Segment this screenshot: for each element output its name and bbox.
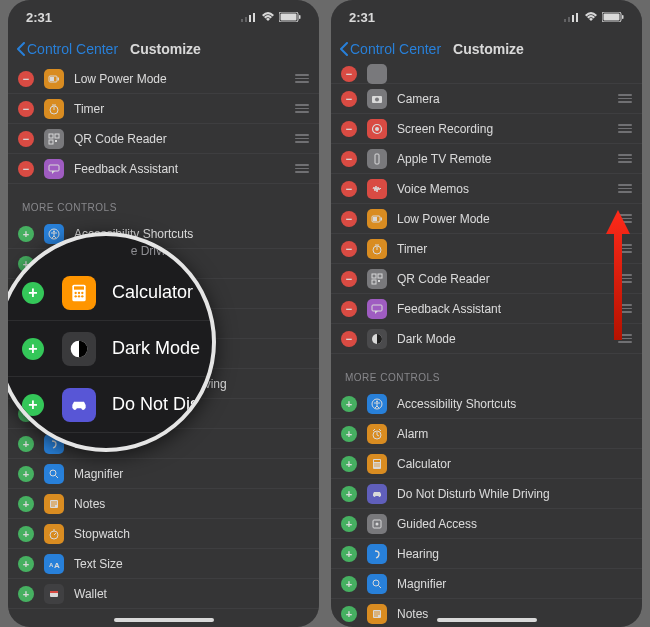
svg-rect-70 [378, 280, 380, 282]
add-button[interactable]: + [18, 556, 34, 572]
remove-button[interactable]: − [341, 301, 357, 317]
svg-rect-71 [372, 305, 382, 311]
remove-button[interactable]: − [18, 71, 34, 87]
zoom-list-item[interactable]: +Dark Mode [8, 321, 212, 377]
svg-point-85 [379, 495, 381, 497]
list-item[interactable]: +Notes [331, 599, 642, 627]
battery-icon [367, 209, 387, 229]
add-button[interactable]: + [341, 516, 357, 532]
list-item[interactable]: −Timer [331, 234, 642, 264]
magnifier-icon [44, 464, 64, 484]
list-item[interactable]: − [331, 64, 642, 84]
notes-icon [367, 604, 387, 624]
list-item[interactable]: −Voice Memos [331, 174, 642, 204]
drag-handle-icon[interactable] [616, 244, 632, 253]
remove-button[interactable]: − [341, 66, 357, 82]
drag-handle-icon[interactable] [616, 184, 632, 193]
list-item[interactable]: −QR Code Reader [331, 264, 642, 294]
text-icon: AA [44, 554, 64, 574]
list-item[interactable]: −Apple TV Remote [331, 144, 642, 174]
list-item[interactable]: +Hearing [331, 539, 642, 569]
list-item[interactable]: −Camera [331, 84, 642, 114]
chevron-left-icon [339, 42, 348, 56]
list-item[interactable]: +Notes [8, 489, 319, 519]
svg-point-61 [375, 127, 379, 131]
back-button[interactable]: Control Center [16, 41, 118, 57]
list-item[interactable]: +Guided Access [331, 509, 642, 539]
add-button[interactable]: + [22, 338, 44, 360]
remove-button[interactable]: − [341, 151, 357, 167]
list-item[interactable]: +Stopwatch [8, 519, 319, 549]
add-button[interactable]: + [341, 546, 357, 562]
row-label: Feedback Assistant [74, 162, 293, 176]
home-indicator[interactable] [437, 618, 537, 622]
list-item[interactable]: +Alarm [331, 419, 642, 449]
drag-handle-icon[interactable] [616, 304, 632, 313]
remove-button[interactable]: − [341, 91, 357, 107]
row-label: Low Power Mode [74, 72, 293, 86]
status-bar: 2:31 [331, 0, 642, 34]
remove-button[interactable]: − [18, 161, 34, 177]
add-button[interactable]: + [18, 226, 34, 242]
drag-handle-icon[interactable] [293, 134, 309, 143]
remove-button[interactable]: − [341, 181, 357, 197]
list-item[interactable]: +Wallet [8, 579, 319, 609]
drag-handle-icon[interactable] [616, 214, 632, 223]
add-button[interactable]: + [341, 396, 357, 412]
add-button[interactable]: + [18, 526, 34, 542]
add-button[interactable]: + [18, 496, 34, 512]
add-button[interactable]: + [341, 486, 357, 502]
add-button[interactable]: + [22, 282, 44, 304]
remove-button[interactable]: − [341, 211, 357, 227]
remove-button[interactable]: − [18, 101, 34, 117]
add-button[interactable]: + [18, 586, 34, 602]
list-item[interactable]: +Calculator [331, 449, 642, 479]
nav-title: Customize [130, 41, 201, 57]
remove-button[interactable]: − [18, 131, 34, 147]
add-button[interactable]: + [341, 426, 357, 442]
list-item[interactable]: +AAText Size [8, 549, 319, 579]
zoom-list-item[interactable]: +Calculator [8, 265, 212, 321]
list-item[interactable]: +Do Not Disturb While Driving [331, 479, 642, 509]
add-button[interactable]: + [18, 436, 34, 452]
svg-point-78 [374, 463, 375, 464]
add-button[interactable]: + [341, 456, 357, 472]
row-label: QR Code Reader [397, 272, 616, 286]
drag-handle-icon[interactable] [616, 124, 632, 133]
home-indicator[interactable] [114, 618, 214, 622]
add-button[interactable]: + [341, 606, 357, 622]
list-item[interactable]: +Magnifier [8, 459, 319, 489]
row-label: Do Not Disturb While Driving [397, 487, 632, 501]
svg-rect-3 [253, 13, 255, 22]
drag-handle-icon[interactable] [616, 334, 632, 343]
list-item[interactable]: −Low Power Mode [331, 204, 642, 234]
list-item[interactable]: −Low Power Mode [8, 64, 319, 94]
add-button[interactable]: + [341, 576, 357, 592]
svg-rect-53 [572, 15, 574, 22]
add-button[interactable]: + [18, 466, 34, 482]
right-scroll[interactable]: − −Camera−Screen Recording−Apple TV Remo… [331, 64, 642, 627]
list-item[interactable]: −Dark Mode [331, 324, 642, 354]
list-item[interactable]: −QR Code Reader [8, 124, 319, 154]
drag-handle-icon[interactable] [616, 94, 632, 103]
back-button[interactable]: Control Center [339, 41, 441, 57]
drag-handle-icon[interactable] [616, 154, 632, 163]
list-item[interactable]: +Accessibility Shortcuts [331, 389, 642, 419]
remove-button[interactable]: − [341, 271, 357, 287]
row-label: Magnifier [74, 467, 309, 481]
list-item[interactable]: −Screen Recording [331, 114, 642, 144]
list-item[interactable]: −Feedback Assistant [8, 154, 319, 184]
add-button[interactable]: + [22, 394, 44, 416]
list-item[interactable]: −Feedback Assistant [331, 294, 642, 324]
list-item[interactable]: +Magnifier [331, 569, 642, 599]
drag-handle-icon[interactable] [293, 104, 309, 113]
list-item[interactable]: −Timer [8, 94, 319, 124]
drag-handle-icon[interactable] [293, 164, 309, 173]
right-phone: 2:31 Control Center Customize − −Camera−… [331, 0, 642, 627]
wifi-icon [584, 12, 598, 22]
drag-handle-icon[interactable] [293, 74, 309, 83]
remove-button[interactable]: − [341, 241, 357, 257]
remove-button[interactable]: − [341, 121, 357, 137]
remove-button[interactable]: − [341, 331, 357, 347]
drag-handle-icon[interactable] [616, 274, 632, 283]
